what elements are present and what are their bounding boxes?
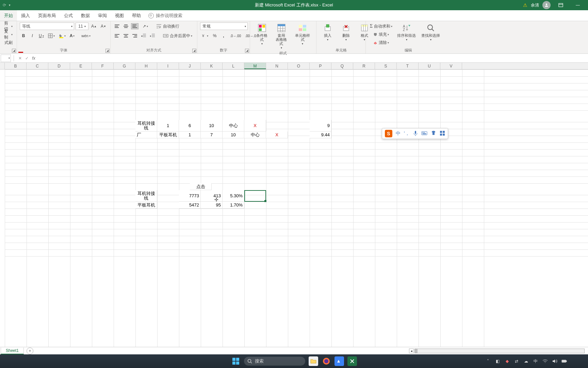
col-header[interactable]: S [375,63,397,69]
scroll-track[interactable] [414,349,585,353]
format-table-button[interactable]: 套用 表格格式 ▾ [272,22,290,50]
col-header[interactable]: Q [331,63,353,69]
ime-floating-toolbar[interactable]: S 中 '， [382,128,448,139]
cell[interactable]: 1.70% [223,202,244,209]
ime-punct-icon[interactable]: '， [404,131,410,137]
cell[interactable]: 厂 [135,132,157,138]
align-center-button[interactable] [122,33,130,39]
font-launcher[interactable]: ◢ [105,49,110,53]
delete-cells-button[interactable]: 删除 ▾ [338,22,355,42]
col-header[interactable]: R [353,63,375,69]
cell[interactable]: 7 [201,132,223,138]
sort-filter-button[interactable]: AZ 排序和筛选 ▾ [395,22,418,42]
cell[interactable]: 10 [223,132,244,138]
tray-chevron-icon[interactable]: ˄ [485,358,491,364]
sogou-logo-icon[interactable]: S [385,130,392,137]
insert-cells-button[interactable]: 插入 ▾ [319,22,336,42]
col-header[interactable]: P [310,63,331,69]
cell[interactable]: 413 [201,190,223,202]
number-format-combo[interactable]: 常规 ▾ [200,22,248,30]
enter-formula-button[interactable]: ✓ [23,56,30,61]
ime-toolbox-icon[interactable] [440,131,445,137]
align-middle-button[interactable] [122,23,130,29]
tab-home[interactable]: 开始 [0,10,17,21]
start-button[interactable] [231,356,241,366]
copy-button[interactable]: 复制 [3,31,14,38]
cell[interactable]: X [266,132,288,138]
fill-button[interactable]: 填充 [369,31,394,38]
underline-button[interactable]: U [37,32,45,40]
cancel-formula-button[interactable]: ✕ [17,56,23,61]
border-button[interactable] [47,32,56,40]
tab-formulas[interactable]: 公式 [60,10,77,21]
increase-indent-button[interactable] [149,32,156,40]
col-header[interactable]: O [288,63,310,69]
cell[interactable]: 9 [310,120,331,132]
percent-format-button[interactable]: % [211,32,218,40]
wrap-text-button[interactable]: 自动换行 [155,22,181,30]
cell[interactable]: 1 [179,132,201,138]
cell[interactable]: 7773 [179,190,201,202]
user-name[interactable]: 余清 [531,2,539,8]
decrease-indent-button[interactable] [140,32,147,40]
italic-button[interactable]: I [29,32,36,40]
cell-styles-button[interactable]: 单元格样式 ▾ [292,22,313,46]
conditional-format-button[interactable]: 条件格式 ▾ [253,22,271,46]
ime-lang-indicator[interactable]: 中 [396,131,401,137]
warning-icon[interactable]: ⚠ [523,2,527,8]
decrease-font-button[interactable]: A▼ [99,22,108,30]
cell[interactable]: 9.44 [310,132,331,138]
align-bottom-button[interactable] [131,23,138,29]
number-launcher[interactable]: ◢ [245,49,249,53]
tray-ime-indicator[interactable]: 中 [533,358,538,364]
autosave-icon[interactable]: ⟳ [3,3,6,7]
col-header[interactable]: T [397,63,419,69]
taskbar-excel[interactable] [347,356,357,366]
col-header[interactable]: D [48,63,70,69]
ime-skin-icon[interactable] [431,131,436,137]
align-top-button[interactable] [113,23,121,29]
align-left-button[interactable] [113,33,121,39]
new-sheet-button[interactable]: + [27,348,33,354]
taskbar-firefox[interactable] [322,356,331,366]
horizontal-scrollbar[interactable]: ◂ [409,349,588,353]
select-all-corner[interactable] [0,63,5,69]
ime-keyboard-icon[interactable] [421,131,427,137]
scroll-thumb[interactable] [415,349,418,353]
cell[interactable]: 耳机转接线 [135,120,157,132]
increase-decimal-button[interactable]: .0→.00 [229,32,242,40]
tab-data[interactable]: 数据 [77,10,94,21]
cell[interactable]: 耳机转接线 [135,190,157,202]
tray-security-icon[interactable]: ◆ [504,358,510,364]
tray-sync-icon[interactable]: ⇄ [514,358,519,364]
tab-page-layout[interactable]: 页面布局 [34,10,60,21]
col-header[interactable]: K [201,63,223,69]
tray-volume-icon[interactable] [552,358,557,364]
scroll-left-button[interactable]: ◂ [409,349,414,353]
font-size-combo[interactable]: 11 ▾ [76,22,88,30]
col-header[interactable]: H [135,63,157,69]
phonetic-button[interactable]: wén [80,32,92,40]
cell[interactable]: 中心 [223,120,244,132]
sheet-tab[interactable]: Sheet1 [1,348,24,354]
col-header[interactable]: N [266,63,288,69]
comma-format-button[interactable]: , [220,32,227,40]
font-name-combo[interactable]: 等线 ▾ [20,22,74,30]
col-header[interactable]: L [223,63,244,69]
cell[interactable]: 1 [157,120,179,132]
accounting-format-button[interactable]: ¥ [200,32,210,40]
bold-button[interactable]: B [20,32,27,40]
insert-function-button[interactable]: fx [30,56,37,61]
format-painter-button[interactable]: 式刷 [3,39,14,46]
qat-dropdown-icon[interactable]: ▾ [9,3,11,7]
cell[interactable]: 平板耳机 [157,132,179,138]
tray-app-icon[interactable]: ◧ [495,358,500,364]
cell[interactable]: 5472 [179,202,201,209]
cell[interactable]: X [244,120,266,132]
col-header[interactable]: B [5,63,27,69]
name-box[interactable] [1,55,11,62]
tray-battery-icon[interactable] [561,358,567,364]
col-header[interactable]: G [114,63,135,69]
taskbar-app-blue[interactable] [334,356,344,366]
minimize-button[interactable]: — [571,0,585,10]
